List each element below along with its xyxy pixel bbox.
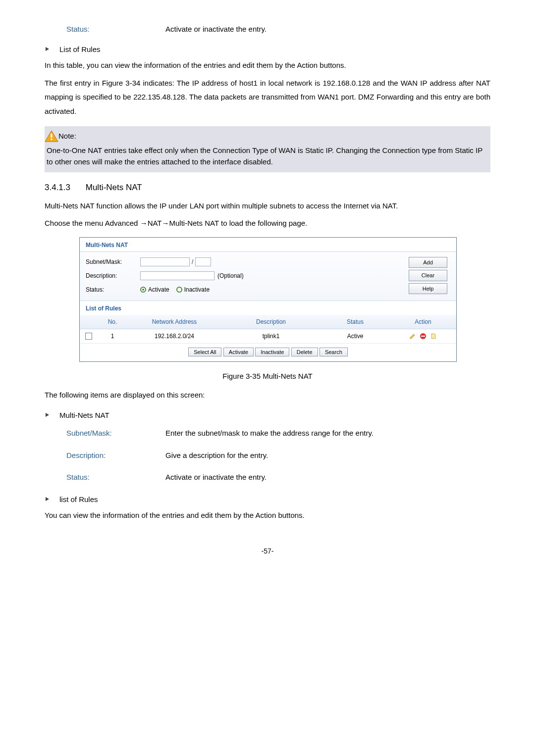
warning-triangle-icon [45,130,58,142]
search-button[interactable]: Search [320,348,348,356]
cell-status: Active [321,329,390,343]
col-header-description: Description [221,315,321,329]
ss-label-status: Status: [86,285,140,294]
ss-table-header-row: No. Network Address Description Status A… [80,315,456,329]
clear-button[interactable]: Clear [409,270,447,281]
field-label-description: Description: [66,450,165,461]
help-button[interactable]: Help [409,283,447,295]
paragraph-example: The first entry in Figure 3-34 indicates… [45,76,490,119]
note-label: Note: [58,131,76,142]
svg-rect-1 [51,139,53,140]
figure-caption: Figure 3-35 Multi-Nets NAT [45,371,490,382]
cell-network-address: 192.168.2.0/24 [127,329,221,343]
field-value-subnet: Enter the subnet/mask to make the addres… [165,428,490,439]
field-label-status-top: Status: [66,24,165,35]
description-input[interactable] [140,271,214,280]
inactivate-button[interactable]: Inactivate [255,348,289,356]
activate-button[interactable]: Activate [223,348,254,356]
edit-icon[interactable] [408,333,419,340]
heading-multi-nets-nat: Multi-Nets NAT [59,410,490,421]
cell-description: tplink1 [221,329,321,343]
field-value-status-top: Activate or inactivate the entry. [165,24,490,35]
delete-icon[interactable] [419,333,429,340]
heading-number: 3.4.1.3 [45,183,70,192]
radio-inactivate[interactable] [176,287,182,293]
paragraph-mn-intro: Multi-Nets NAT function allows the IP un… [45,199,490,213]
chevron-icon [45,410,51,421]
chevron-icon [45,494,51,505]
paragraph-menu-path: Choose the menu Advanced →NAT→Multi-Nets… [45,218,490,229]
radio-activate[interactable] [140,287,146,293]
subnet-input[interactable] [140,257,190,266]
ss-optional-hint: (Optional) [217,271,244,280]
ss-slash: / [192,257,193,266]
heading-list-of-rules-2: list of Rules [59,494,490,505]
mask-input[interactable] [195,257,211,266]
radio-activate-label: Activate [148,285,169,294]
page-number: -57- [45,546,490,556]
field-label-status: Status: [66,472,165,483]
field-label-subnet: Subnet/Mask: [66,428,165,439]
paragraph-view-entries: You can view the information of the entr… [45,510,490,521]
col-header-status: Status [321,315,390,329]
cell-no: 1 [98,329,127,343]
col-header-no: No. [98,315,127,329]
field-value-status: Activate or inactivate the entry. [165,472,490,483]
screenshot-panel: Multi-Nets NAT Subnet/Mask: / Descriptio… [79,237,457,362]
radio-inactivate-label: Inactivate [184,285,210,294]
col-header-network-address: Network Address [127,315,221,329]
add-button[interactable]: Add [409,257,447,268]
ss-label-description: Description: [86,271,140,280]
delete-button[interactable]: Delete [291,348,318,356]
chevron-icon [45,44,51,55]
svg-rect-3 [421,336,425,337]
ss-label-subnet: Subnet/Mask: [86,257,140,266]
paragraph-intro-table: In this table, you can view the informat… [45,60,490,71]
select-all-button[interactable]: Select All [188,348,221,356]
paragraph-items-displayed: The following items are displayed on thi… [45,390,490,401]
heading-list-of-rules: List of Rules [59,44,490,55]
table-row: 1 192.168.2.0/24 tplink1 Active [80,329,456,344]
svg-rect-0 [51,134,53,138]
detail-icon[interactable] [429,333,438,340]
ss-title-multi-nets-nat: Multi-Nets NAT [80,238,456,252]
ss-title-list-of-rules: List of Rules [80,301,456,315]
col-header-action: Action [390,315,456,329]
heading-title: Multi-Nets NAT [86,183,142,192]
row-checkbox[interactable] [85,333,92,340]
note-body: One-to-One NAT entries take effect only … [45,145,484,167]
field-value-description: Give a description for the entry. [165,450,490,461]
note-box: Note: One-to-One NAT entries take effect… [45,126,490,172]
